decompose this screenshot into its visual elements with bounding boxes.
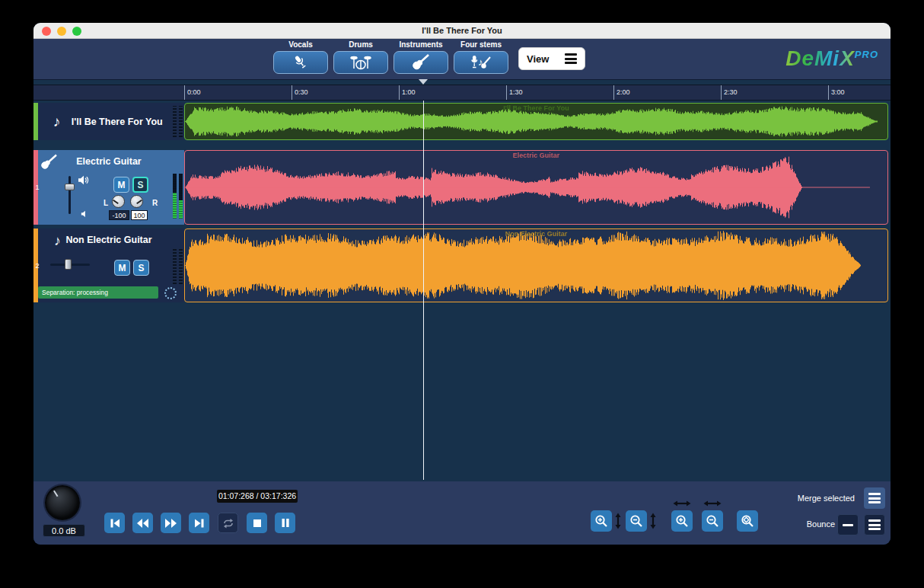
arrangement-area: 0:00 0:30 1:00 1:30 2:00 2:30 3:00 ♪ I'l… xyxy=(33,80,891,481)
pan-left-value[interactable]: -100 xyxy=(109,210,129,220)
bounce-menu-button[interactable] xyxy=(864,514,885,535)
microphone-icon xyxy=(291,53,311,72)
guitar-icon xyxy=(410,53,432,72)
zoom-in-icon xyxy=(594,514,608,528)
close-button[interactable] xyxy=(42,27,51,36)
playhead-marker[interactable] xyxy=(419,79,428,85)
app-window: I'll Be There For You Vocals xyxy=(33,23,891,545)
master-volume-knob[interactable] xyxy=(45,485,80,520)
minimize-button[interactable] xyxy=(57,27,66,36)
transport-bar: 0.0 dB 01:07:268 / 03:17:326 xyxy=(33,481,891,545)
clip-label: Non Electric Guitar xyxy=(185,230,887,238)
stem-label-drums: Drums xyxy=(349,40,373,50)
merge-menu-button[interactable] xyxy=(864,487,885,509)
solo-button[interactable]: S xyxy=(133,260,149,276)
speaker-quiet-icon xyxy=(81,210,89,220)
time-ruler[interactable]: 0:00 0:30 1:00 1:30 2:00 2:30 3:00 xyxy=(33,85,891,101)
fullscreen-button[interactable] xyxy=(72,27,81,36)
fader-handle[interactable] xyxy=(65,184,75,190)
hamburger-icon xyxy=(868,518,881,532)
clip-label: Electric Guitar xyxy=(185,152,887,159)
drum-kit-icon xyxy=(350,53,371,72)
multi-source-icon: ♪ xyxy=(470,53,492,72)
skip-to-end-button[interactable] xyxy=(189,513,209,533)
vertical-arrows-icon xyxy=(649,513,657,532)
rewind-button[interactable] xyxy=(132,513,153,533)
track-number: 1 xyxy=(33,184,41,191)
view-button[interactable]: View xyxy=(518,47,585,70)
audio-clip-non-electric-guitar[interactable]: Non Electric Guitar xyxy=(184,228,888,302)
zoom-in-horizontal-button[interactable] xyxy=(671,510,693,532)
vocals-button[interactable] xyxy=(273,51,328,74)
track-number: 2 xyxy=(33,262,41,270)
stop-button[interactable] xyxy=(247,513,267,533)
playhead-line xyxy=(423,101,424,480)
four-stems-button[interactable]: ♪ xyxy=(454,51,508,74)
track-color-strip xyxy=(33,103,38,140)
zoom-in-button[interactable] xyxy=(591,510,612,532)
traffic-lights xyxy=(42,27,81,36)
speaker-loud-icon xyxy=(78,174,89,188)
stem-button-group: Vocals Drums xyxy=(273,40,508,74)
pan-right-knob[interactable] xyxy=(130,195,143,208)
track-row-non-electric-guitar: 2 ♪ Non Electric Guitar M S Separation: … xyxy=(33,228,888,302)
mute-button[interactable]: M xyxy=(114,260,130,276)
track-header-master[interactable]: ♪ I'll Be There For You xyxy=(33,103,184,140)
track-row-electric-guitar: 1 Electric Guitar xyxy=(33,150,888,225)
pan-right-value[interactable]: 100 xyxy=(131,210,148,220)
logo-pro-text: PRO xyxy=(855,49,878,60)
horizontal-arrows-icon xyxy=(673,497,691,510)
ruler-tick: 2:00 xyxy=(613,85,630,100)
slider-handle[interactable] xyxy=(65,259,72,270)
stem-group-vocals: Vocals xyxy=(273,40,328,74)
fast-forward-button[interactable] xyxy=(161,513,181,533)
loop-button[interactable] xyxy=(218,513,238,533)
zoom-fit-icon xyxy=(741,514,754,528)
skip-to-start-button[interactable] xyxy=(104,513,125,533)
mute-button[interactable]: M xyxy=(113,177,129,193)
bounce-label: Bounce xyxy=(798,519,835,529)
stem-label-instruments: Instruments xyxy=(399,40,442,50)
pan-right-label: R xyxy=(152,199,158,207)
waveform-canvas xyxy=(185,151,887,224)
skip-start-icon xyxy=(109,517,121,529)
level-meter xyxy=(173,248,183,284)
bounce-minus-button[interactable] xyxy=(837,514,859,535)
fast-forward-icon xyxy=(164,518,177,529)
track-row-master: ♪ I'll Be There For You I'll Be There Fo… xyxy=(33,103,888,140)
pan-left-knob[interactable] xyxy=(112,195,125,208)
instruments-button[interactable] xyxy=(393,51,448,74)
zoom-in-icon xyxy=(675,514,689,528)
stem-group-drums: Drums xyxy=(333,40,388,74)
separation-status: Separation: processing xyxy=(38,286,158,299)
track-header-non-electric-guitar[interactable]: 2 ♪ Non Electric Guitar M S Separation: … xyxy=(33,228,184,302)
track-slider xyxy=(50,259,90,270)
ruler-tick: 3:00 xyxy=(828,85,845,100)
level-meter xyxy=(173,106,183,137)
view-label: View xyxy=(527,53,549,65)
view-menu-icon xyxy=(565,52,577,66)
audio-clip-electric-guitar[interactable]: Electric Guitar xyxy=(184,150,888,225)
zoom-out-horizontal-button[interactable] xyxy=(702,510,723,532)
zoom-fit-button[interactable] xyxy=(737,510,758,532)
skip-end-icon xyxy=(193,517,206,529)
loop-icon xyxy=(221,518,235,529)
app-logo: DeMiXPRO xyxy=(785,46,878,71)
minus-icon xyxy=(843,524,853,526)
drums-button[interactable] xyxy=(333,51,388,74)
stem-label-vocals: Vocals xyxy=(288,40,313,50)
fader-rail xyxy=(69,176,71,214)
track-header-electric-guitar[interactable]: 1 Electric Guitar xyxy=(33,150,184,225)
track-title: Electric Guitar xyxy=(33,156,184,167)
pause-button[interactable] xyxy=(275,513,295,533)
audio-clip-master[interactable]: I'll Be There For You xyxy=(184,103,888,140)
stem-group-four-stems: Four stems ♪ xyxy=(454,40,508,74)
window-title: I'll Be There For You xyxy=(33,26,891,35)
pause-icon xyxy=(281,518,290,528)
solo-button[interactable]: S xyxy=(132,177,148,193)
stem-label-four-stems: Four stems xyxy=(460,40,502,50)
zoom-out-button[interactable] xyxy=(626,510,647,532)
zoom-out-icon xyxy=(629,514,643,528)
music-note-icon: ♪ xyxy=(53,114,61,129)
stop-icon xyxy=(253,519,262,528)
